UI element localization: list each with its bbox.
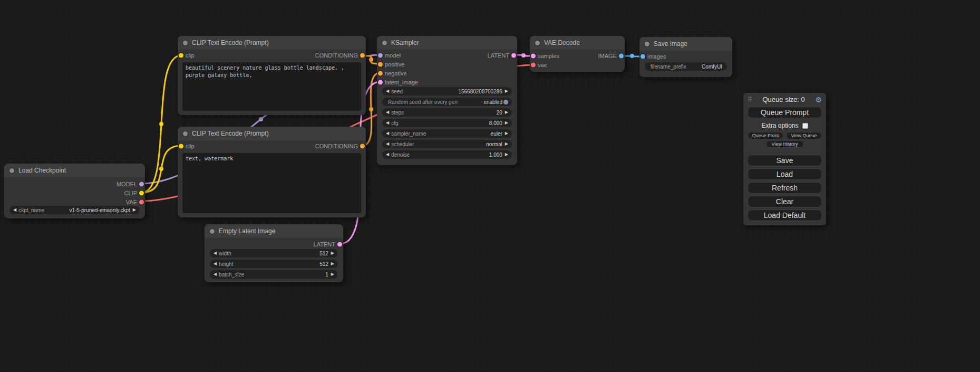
prompt-textarea[interactable]: beautiful scenery nature glass bottle la… bbox=[182, 62, 361, 111]
next-value-icon[interactable] bbox=[505, 131, 508, 136]
widget-value: 156680208700286 bbox=[458, 89, 502, 94]
input-label-images: images bbox=[647, 53, 666, 60]
next-value-icon[interactable] bbox=[133, 208, 136, 212]
node-ksampler[interactable]: KSampler model LATENT positive negative … bbox=[377, 36, 517, 165]
prev-value-icon[interactable] bbox=[386, 131, 389, 136]
input-slot-clip[interactable] bbox=[179, 53, 183, 58]
prev-value-icon[interactable] bbox=[386, 142, 389, 146]
increment-icon[interactable] bbox=[505, 152, 508, 157]
widget-ckpt-name[interactable]: ckpt_name v1-5-pruned-emaonly.ckpt bbox=[9, 206, 140, 214]
next-value-icon[interactable] bbox=[505, 142, 508, 146]
widget-label: ckpt_name bbox=[18, 207, 44, 213]
load-button[interactable]: Load bbox=[748, 168, 822, 180]
node-empty-latent-image[interactable]: Empty Latent Image LATENT width 512 heig… bbox=[205, 224, 343, 282]
input-slot-positive[interactable] bbox=[378, 62, 383, 66]
output-label-clip: CLIP bbox=[124, 190, 137, 196]
output-label-image: IMAGE bbox=[598, 53, 617, 59]
node-title-bar[interactable]: Empty Latent Image bbox=[205, 224, 343, 238]
node-vae-decode[interactable]: VAE Decode samples IMAGE vae bbox=[530, 36, 625, 72]
widget-batch-size[interactable]: batch_size 1 bbox=[210, 270, 338, 279]
widget-cfg[interactable]: cfg 8.000 bbox=[382, 119, 512, 127]
node-clip-text-encode-positive[interactable]: CLIP Text Encode (Prompt) clip CONDITION… bbox=[178, 36, 366, 115]
collapse-toggle-icon[interactable] bbox=[535, 41, 540, 45]
decrement-icon[interactable] bbox=[386, 152, 389, 157]
input-label-negative: negative bbox=[385, 70, 407, 77]
output-label-conditioning: CONDITIONING bbox=[315, 143, 358, 149]
input-slot-images[interactable] bbox=[641, 54, 645, 59]
input-label-model: model bbox=[385, 52, 401, 59]
input-slot-negative[interactable] bbox=[378, 71, 383, 75]
prev-value-icon[interactable] bbox=[13, 208, 16, 212]
widget-label: filename_prefix bbox=[651, 64, 686, 70]
node-title-bar[interactable]: CLIP Text Encode (Prompt) bbox=[178, 127, 366, 140]
node-title-bar[interactable]: KSampler bbox=[377, 36, 517, 50]
widget-width[interactable]: width 512 bbox=[210, 249, 338, 257]
output-slot-latent[interactable] bbox=[511, 53, 516, 58]
decrement-icon[interactable] bbox=[214, 272, 217, 276]
increment-icon[interactable] bbox=[331, 251, 334, 255]
input-slot-model[interactable] bbox=[378, 53, 383, 58]
widget-sampler-name[interactable]: sampler_name euler bbox=[382, 129, 512, 138]
decrement-icon[interactable] bbox=[386, 89, 389, 93]
widget-filename-prefix[interactable]: filename_prefix ComfyUI bbox=[645, 62, 727, 71]
refresh-button[interactable]: Refresh bbox=[748, 182, 822, 194]
queue-panel: Queue size: 0 Queue Prompt Extra options… bbox=[743, 93, 826, 225]
widget-random-seed[interactable]: Random seed after every gen enabled bbox=[382, 98, 512, 106]
widget-seed[interactable]: seed 156680208700286 bbox=[382, 87, 512, 96]
drag-handle-icon[interactable] bbox=[748, 97, 752, 103]
widget-denoise[interactable]: denoise 1.000 bbox=[382, 150, 512, 159]
output-slot-model[interactable] bbox=[139, 182, 144, 186]
settings-gear-icon[interactable] bbox=[815, 96, 822, 103]
output-slot-vae[interactable] bbox=[139, 199, 144, 204]
input-slot-samples[interactable] bbox=[531, 53, 536, 58]
collapse-toggle-icon[interactable] bbox=[210, 229, 215, 234]
collapse-toggle-icon[interactable] bbox=[645, 42, 649, 46]
increment-icon[interactable] bbox=[505, 110, 508, 115]
widget-steps[interactable]: steps 20 bbox=[382, 108, 512, 117]
output-label-conditioning: CONDITIONING bbox=[315, 52, 358, 59]
node-title-bar[interactable]: Load Checkpoint bbox=[4, 164, 145, 177]
widget-scheduler[interactable]: scheduler normal bbox=[382, 140, 512, 148]
collapse-toggle-icon[interactable] bbox=[183, 131, 188, 136]
queue-front-button[interactable]: Queue Front bbox=[748, 132, 783, 139]
view-history-button[interactable]: View History bbox=[766, 140, 804, 148]
save-button[interactable]: Save bbox=[748, 155, 822, 166]
decrement-icon[interactable] bbox=[386, 110, 389, 115]
output-slot-latent[interactable] bbox=[337, 242, 342, 246]
view-queue-button[interactable]: View Queue bbox=[786, 132, 822, 139]
decrement-icon[interactable] bbox=[386, 121, 389, 125]
increment-icon[interactable] bbox=[505, 89, 508, 93]
increment-icon[interactable] bbox=[331, 272, 334, 276]
input-slot-vae[interactable] bbox=[531, 62, 536, 67]
collapse-toggle-icon[interactable] bbox=[183, 41, 188, 45]
input-slot-latent-image[interactable] bbox=[378, 80, 383, 84]
widget-value: 512 bbox=[319, 251, 328, 256]
node-clip-text-encode-negative[interactable]: CLIP Text Encode (Prompt) clip CONDITION… bbox=[178, 127, 366, 217]
decrement-icon[interactable] bbox=[214, 262, 217, 266]
input-slot-clip[interactable] bbox=[179, 144, 183, 148]
widget-height[interactable]: height 512 bbox=[210, 260, 338, 268]
node-title-bar[interactable]: VAE Decode bbox=[530, 36, 625, 50]
collapse-toggle-icon[interactable] bbox=[382, 41, 387, 45]
node-title-bar[interactable]: Save Image bbox=[639, 37, 732, 51]
output-slot-conditioning[interactable] bbox=[360, 144, 365, 148]
prompt-textarea[interactable]: text, watermark bbox=[182, 153, 361, 213]
decrement-icon[interactable] bbox=[214, 251, 217, 255]
increment-icon[interactable] bbox=[505, 121, 508, 125]
output-label-model: MODEL bbox=[117, 181, 137, 187]
extra-options-checkbox[interactable] bbox=[802, 123, 808, 129]
output-slot-image[interactable] bbox=[619, 53, 624, 58]
output-slot-clip[interactable] bbox=[139, 190, 144, 195]
toggle-indicator-icon[interactable] bbox=[503, 100, 508, 104]
input-label-clip: clip bbox=[186, 143, 195, 149]
node-title-bar[interactable]: CLIP Text Encode (Prompt) bbox=[178, 36, 366, 50]
load-default-button[interactable]: Load Default bbox=[748, 209, 822, 221]
increment-icon[interactable] bbox=[331, 262, 334, 266]
output-slot-conditioning[interactable] bbox=[360, 53, 365, 58]
queue-prompt-button[interactable]: Queue Prompt bbox=[748, 107, 822, 118]
widget-label: steps bbox=[391, 110, 404, 116]
node-save-image[interactable]: Save Image images filename_prefix ComfyU… bbox=[639, 37, 732, 77]
node-load-checkpoint[interactable]: Load Checkpoint MODEL CLIP VAE ckpt_name… bbox=[4, 164, 145, 218]
clear-button[interactable]: Clear bbox=[748, 196, 822, 207]
collapse-toggle-icon[interactable] bbox=[9, 168, 14, 173]
